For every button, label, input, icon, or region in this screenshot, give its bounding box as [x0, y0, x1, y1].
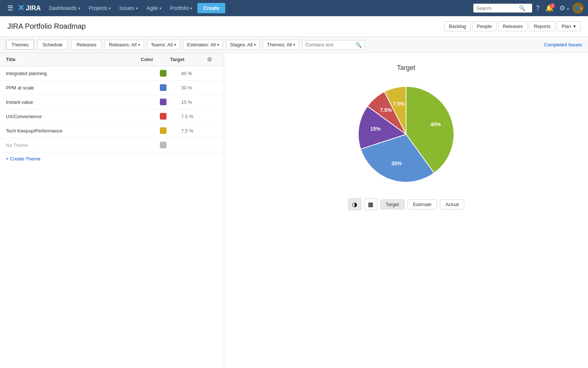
svg-text:7.5%: 7.5%	[380, 107, 392, 113]
nav-agile[interactable]: Agile ▾	[143, 0, 165, 16]
theme-name: Instant value	[6, 99, 160, 105]
gear-icon[interactable]: ⚙	[207, 56, 212, 63]
table-row: Tech Keepup/Performance 7.5 %	[0, 124, 224, 138]
column-color: Color	[141, 57, 170, 62]
search-icon: 🔍	[519, 5, 525, 11]
user-avatar[interactable]: 👤 ▾	[573, 3, 584, 14]
help-button[interactable]: ?	[534, 4, 542, 12]
chevron-down-icon: ▾	[138, 43, 140, 47]
column-target: Target	[170, 57, 207, 62]
help-icon: ?	[536, 4, 539, 12]
svg-text:7.5%: 7.5%	[393, 101, 405, 107]
tab-schedule[interactable]: Schedule	[37, 40, 68, 50]
releases-button[interactable]: Releases	[498, 21, 527, 31]
settings-col: ⚙	[207, 56, 218, 63]
jira-x-icon: ✕	[18, 3, 24, 13]
theme-name: No Theme	[6, 142, 160, 148]
chevron-down-icon: ▾	[78, 6, 80, 10]
header-buttons: Backlog People Releases Reports Plan ▾	[444, 21, 581, 31]
theme-name: UX/Convenience	[6, 114, 160, 119]
theme-name: PPM at scale	[6, 85, 160, 91]
people-button[interactable]: People	[472, 21, 496, 31]
nav-issues[interactable]: Issues ▾	[116, 0, 141, 16]
color-swatch[interactable]	[160, 127, 166, 134]
theme-target: 7.5 %	[181, 128, 218, 134]
color-swatch[interactable]	[160, 113, 166, 120]
estimate-view-button[interactable]: Estimate	[408, 199, 437, 209]
toolbar: Themes Schedule Releases Releases: All ▾…	[0, 37, 588, 53]
search-icon: 🔍	[355, 42, 362, 48]
jira-logo-text: JIRA	[26, 4, 41, 12]
chevron-down-icon: ▾	[567, 7, 569, 11]
target-view-button[interactable]: Target	[380, 199, 405, 209]
page-title: JIRA Portfolio Roadmap	[7, 22, 86, 31]
chevron-down-icon: ▾	[174, 43, 176, 47]
chevron-down-icon: ▾	[573, 24, 576, 29]
top-navigation: ☰ ✕ JIRA Dashboards ▾ Projects ▾ Issues …	[0, 0, 588, 16]
theme-name: Tech Keepup/Performance	[6, 128, 160, 134]
notifications-button[interactable]: 🔔 7	[543, 4, 556, 12]
settings-button[interactable]: ⚙ ▾	[557, 4, 571, 12]
pie-chart-button[interactable]: ◑	[348, 198, 361, 210]
theme-target: 7.5 %	[181, 114, 218, 119]
releases-filter[interactable]: Releases: All ▾	[105, 40, 144, 50]
pie-chart: 40%30%15%7.5%7.5%	[351, 79, 461, 190]
bar-chart-button[interactable]: ▦	[364, 198, 377, 210]
chevron-down-icon: ▾	[159, 6, 161, 10]
chart-title: Target	[397, 64, 415, 72]
backlog-button[interactable]: Backlog	[444, 21, 471, 31]
pie-chart-svg: 40%30%15%7.5%7.5%	[351, 79, 461, 190]
gear-icon: ⚙	[559, 4, 565, 12]
main-content: Title Color Target ⚙ Integrated planning…	[0, 53, 588, 367]
theme-target: 15 %	[181, 99, 218, 105]
left-panel: Title Color Target ⚙ Integrated planning…	[0, 53, 224, 367]
reports-button[interactable]: Reports	[529, 21, 555, 31]
stages-filter[interactable]: Stages: All ▾	[226, 40, 260, 50]
svg-text:40%: 40%	[430, 121, 441, 127]
plan-button[interactable]: Plan ▾	[557, 21, 581, 31]
themes-filter[interactable]: Themes: All ▾	[263, 40, 299, 50]
table-header: Title Color Target ⚙	[0, 53, 224, 66]
notification-badge: 7	[550, 3, 555, 8]
nav-portfolio[interactable]: Portfolio ▾	[166, 0, 196, 16]
chevron-down-icon: ▾	[136, 6, 138, 10]
color-swatch[interactable]	[160, 84, 166, 91]
text-filter[interactable]: 🔍	[302, 40, 365, 50]
chevron-down-icon: ▾	[109, 6, 111, 10]
table-row: Integrated planning 40 %	[0, 66, 224, 81]
actual-view-button[interactable]: Actual	[440, 199, 464, 209]
right-panel: Target 40%30%15%7.5%7.5% ◑ ▦ Target Esti…	[224, 53, 588, 367]
hamburger-menu[interactable]: ☰	[4, 4, 16, 12]
table-row: Instant value 15 %	[0, 95, 224, 109]
table-row: UX/Convenience 7.5 %	[0, 109, 224, 124]
color-swatch[interactable]	[160, 70, 166, 77]
tab-releases[interactable]: Releases	[71, 40, 102, 50]
search-box[interactable]: 🔍	[473, 4, 532, 13]
chevron-down-icon: ▾	[190, 6, 192, 10]
create-theme-link[interactable]: + Create Theme	[0, 152, 224, 165]
theme-target: 30 %	[181, 85, 218, 91]
chevron-down-icon: ▾	[217, 43, 219, 47]
chart-controls: ◑ ▦ Target Estimate Actual	[348, 198, 465, 210]
nav-dashboards[interactable]: Dashboards ▾	[45, 0, 84, 16]
color-swatch[interactable]	[160, 142, 166, 148]
contains-text-input[interactable]	[305, 42, 353, 47]
avatar-image: 👤	[574, 6, 580, 11]
color-swatch[interactable]	[160, 99, 166, 105]
chevron-down-icon: ▾	[580, 6, 582, 10]
search-input[interactable]	[476, 6, 517, 11]
estimates-filter[interactable]: Estimates: All ▾	[183, 40, 223, 50]
page-header: JIRA Portfolio Roadmap Backlog People Re…	[0, 16, 588, 37]
nav-projects[interactable]: Projects ▾	[85, 0, 115, 16]
teams-filter[interactable]: Teams: All ▾	[147, 40, 180, 50]
completed-issues-link[interactable]: Completed Issues	[544, 42, 582, 47]
jira-logo: ✕ JIRA	[18, 3, 41, 13]
svg-text:30%: 30%	[391, 160, 402, 166]
column-title: Title	[6, 57, 141, 62]
chevron-down-icon: ▾	[254, 43, 256, 47]
tab-themes[interactable]: Themes	[6, 40, 34, 50]
svg-text:15%: 15%	[370, 126, 381, 132]
table-row: PPM at scale 30 %	[0, 81, 224, 95]
create-button[interactable]: Create	[197, 3, 225, 13]
theme-target: 40 %	[181, 71, 218, 76]
